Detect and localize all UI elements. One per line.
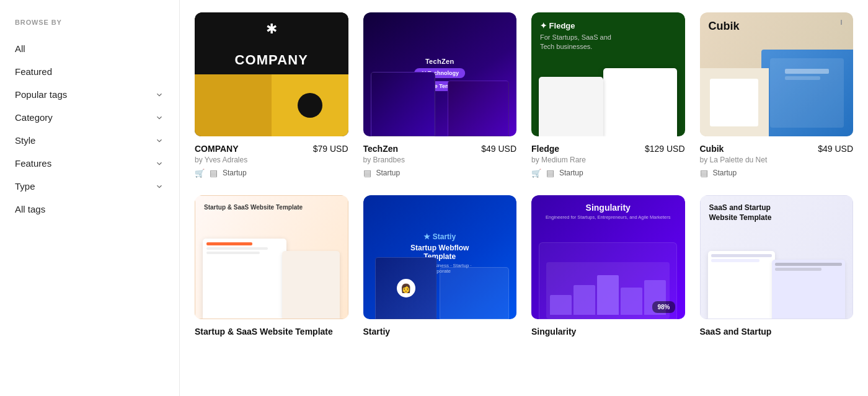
chevron-down-icon: [154, 113, 164, 123]
sidebar-item-label-category: Category: [15, 112, 53, 123]
product-name-row: Cubik $49 USD: [700, 144, 854, 154]
product-thumbnail-cubik: Cubik: [700, 12, 854, 136]
product-card-saas-startup[interactable]: SaaS and StartupWebsite Template SaaS an…: [700, 195, 854, 341]
product-thumbnail-techzen: TechZen AI Technology Website Template: [363, 12, 517, 136]
cart-icon: 🛒: [531, 169, 541, 178]
product-info-startup-saas: Startup & SaaS Website Template: [195, 325, 348, 341]
product-author: by Brandbes: [363, 156, 517, 164]
product-name: SaaS and Startup: [700, 327, 772, 337]
fledge-tagline: For Startups, SaaS andTech businesses.: [540, 33, 611, 52]
sidebar-item-featured[interactable]: Featured: [15, 60, 164, 83]
startup-saas-text: Startup & SaaS Website Template: [204, 203, 303, 211]
chevron-down-icon: [154, 159, 164, 169]
saas-startup-title: SaaS and StartupWebsite Template: [709, 203, 772, 222]
product-price: $49 USD: [818, 144, 853, 154]
sidebar-item-label-features: Features: [15, 158, 51, 169]
sidebar-item-features[interactable]: Features: [15, 152, 164, 175]
product-name-row: SaaS and Startup: [700, 327, 854, 337]
product-author: by Medium Rare: [531, 156, 685, 164]
tag-label: Startup: [376, 169, 401, 177]
product-name-row: Fledge $129 USD: [531, 144, 685, 154]
product-name: Cubik: [700, 144, 724, 154]
product-card-singularity[interactable]: Singularity Engineered for Startups, Ent…: [531, 195, 685, 341]
product-price: $79 USD: [313, 144, 348, 154]
cart-icon: 🛒: [195, 169, 205, 178]
product-card-fledge[interactable]: ✦ Fledge For Startups, SaaS andTech busi…: [531, 12, 685, 180]
product-card-startiy[interactable]: ★ Startiy Startup Webflow Template Consu…: [363, 195, 517, 341]
product-thumbnail-singularity: Singularity Engineered for Startups, Ent…: [531, 195, 685, 319]
fledge-logo: ✦ Fledge: [540, 21, 611, 30]
techzen-logo: TechZen: [425, 58, 454, 65]
singularity-percentage: 98%: [652, 301, 675, 313]
product-tags: ▤ Startup: [363, 168, 517, 178]
product-tags: ▤ Startup: [700, 168, 854, 178]
product-name-row: COMPANY $79 USD: [195, 144, 348, 154]
chevron-down-icon: [154, 182, 164, 191]
sidebar-item-style[interactable]: Style: [15, 129, 164, 152]
sidebar-item-label-type: Type: [15, 181, 35, 191]
sidebar-item-label-all: All: [15, 43, 25, 54]
product-info-techzen: TechZen $49 USD by Brandbes ▤ Startup: [363, 143, 517, 180]
product-card-startup-saas[interactable]: Startup & SaaS Website Template Startup …: [195, 195, 348, 341]
layers-icon: ▤: [363, 168, 371, 178]
product-name: COMPANY: [195, 144, 239, 154]
product-tags: 🛒 ▤ Startup: [195, 168, 348, 178]
product-author: by La Palette du Net: [700, 156, 854, 164]
sidebar-item-popular-tags[interactable]: Popular tags: [15, 83, 164, 106]
layers-icon: ▤: [546, 168, 554, 178]
product-thumbnail-company: COMPANY ✱: [195, 12, 348, 136]
tag-label: Startup: [223, 169, 247, 177]
product-info-fledge: Fledge $129 USD by Medium Rare 🛒 ▤ Start…: [531, 143, 685, 180]
browse-by-label: BROWSE BY: [15, 19, 164, 26]
product-name: Startiy: [363, 327, 391, 337]
sidebar-item-all-tags[interactable]: All tags: [15, 198, 164, 221]
singularity-sub: Engineered for Startups, Entrepreneurs, …: [531, 214, 685, 221]
layers-icon: ▤: [210, 168, 218, 178]
product-name-row: TechZen $49 USD: [363, 144, 517, 154]
chevron-down-icon: [154, 90, 164, 100]
product-info-saas-startup: SaaS and Startup: [700, 325, 854, 341]
product-grid: COMPANY ✱ COMPANY $79 USD by Yves Adrale…: [195, 12, 853, 341]
product-name-row: Startiy: [363, 327, 517, 337]
product-card-techzen[interactable]: TechZen AI Technology Website Template T…: [363, 12, 517, 180]
startiy-brand: ★ Startiy: [401, 232, 478, 241]
sidebar-item-category[interactable]: Category: [15, 106, 164, 129]
sidebar-item-label-style: Style: [15, 135, 35, 146]
sidebar: BROWSE BY All Featured Popular tags Cate…: [0, 0, 180, 396]
product-info-company: COMPANY $79 USD by Yves Adrales 🛒 ▤ Star…: [195, 143, 348, 180]
main-content: COMPANY ✱ COMPANY $79 USD by Yves Adrale…: [180, 0, 868, 396]
tag-label: Startup: [559, 169, 583, 177]
product-card-company[interactable]: COMPANY ✱ COMPANY $79 USD by Yves Adrale…: [195, 12, 348, 180]
product-tags: 🛒 ▤ Startup: [531, 168, 685, 178]
product-thumbnail-fledge: ✦ Fledge For Startups, SaaS andTech busi…: [531, 12, 685, 136]
sidebar-item-label-all-tags: All tags: [15, 204, 45, 214]
product-name: TechZen: [363, 144, 399, 154]
product-card-cubik[interactable]: Cubik: [700, 12, 854, 180]
sidebar-item-label-popular-tags: Popular tags: [15, 89, 67, 100]
product-name: Fledge: [531, 144, 559, 154]
product-info-startiy: Startiy: [363, 325, 517, 341]
layers-icon: ▤: [700, 168, 708, 178]
product-thumbnail-startiy: ★ Startiy Startup Webflow Template Consu…: [363, 195, 517, 319]
sidebar-item-type[interactable]: Type: [15, 175, 164, 198]
sidebar-item-label-featured: Featured: [15, 66, 52, 77]
product-author: by Yves Adrales: [195, 156, 348, 164]
product-name-row: Startup & SaaS Website Template: [195, 327, 348, 337]
chevron-down-icon: [154, 136, 164, 146]
product-thumbnail-startup-saas: Startup & SaaS Website Template: [195, 195, 348, 319]
product-name: Singularity: [531, 327, 576, 337]
tag-label: Startup: [713, 169, 737, 177]
singularity-title: Singularity: [531, 203, 685, 213]
sidebar-item-all[interactable]: All: [15, 37, 164, 60]
cubik-title: Cubik: [709, 20, 740, 33]
product-price: $129 USD: [645, 144, 685, 154]
product-name-row: Singularity: [531, 327, 685, 337]
product-info-cubik: Cubik $49 USD by La Palette du Net ▤ Sta…: [700, 143, 854, 180]
product-price: $49 USD: [481, 144, 516, 154]
product-info-singularity: Singularity: [531, 325, 685, 341]
product-thumbnail-saas-startup: SaaS and StartupWebsite Template: [700, 195, 854, 319]
product-name: Startup & SaaS Website Template: [195, 327, 333, 337]
